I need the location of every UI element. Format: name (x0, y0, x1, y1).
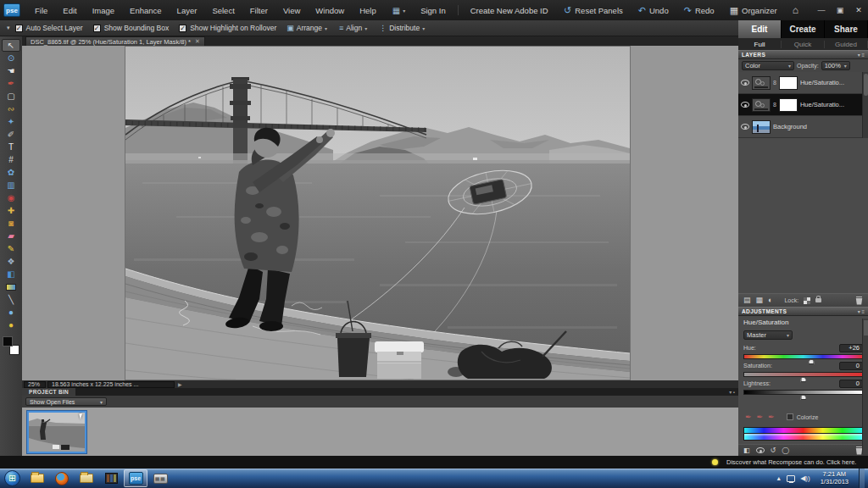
blur-tool[interactable]: ● (2, 306, 20, 319)
tool-options-chevron-icon[interactable]: ▾ (7, 25, 10, 31)
move-tool[interactable]: ↖ (2, 39, 20, 52)
taskbar-clock[interactable]: 7:21 AM 1/31/2013 (815, 471, 854, 485)
menu-edit[interactable]: Edit (55, 6, 84, 15)
project-bin-menu-icon[interactable]: ▾ ▪ (729, 389, 735, 395)
reset-adjustment-icon[interactable]: ↺ (771, 446, 776, 454)
eraser-tool[interactable]: ▰ (2, 230, 20, 242)
menu-window[interactable]: Window (308, 6, 352, 15)
hand-tool[interactable]: ☚ (2, 64, 20, 77)
menu-file[interactable]: File (27, 6, 55, 15)
taskbar-pse-button[interactable]: pse (124, 469, 147, 487)
menu-enhance[interactable]: Enhance (122, 6, 170, 15)
type-tool[interactable]: T (2, 141, 20, 153)
image-layer-thumbnail[interactable] (752, 120, 771, 134)
taskbar-firefox-button[interactable] (50, 469, 74, 487)
sign-in-link[interactable]: Sign In (414, 6, 453, 15)
project-bin-tab[interactable]: PROJECT BIN (22, 388, 75, 396)
minimize-button[interactable]: — (812, 3, 831, 18)
checkbox-icon[interactable]: ✓ (15, 25, 23, 32)
layer-visibility-icon[interactable] (741, 124, 749, 130)
menu-select[interactable]: Select (204, 6, 242, 15)
menu-image[interactable]: Image (85, 6, 122, 15)
checkbox-icon[interactable]: ✓ (93, 25, 101, 32)
home-button[interactable]: ⌂ (786, 4, 805, 16)
cookie-cutter-tool[interactable]: ✿ (2, 166, 20, 179)
zoom-level-field[interactable]: 25% (24, 381, 46, 388)
slider-value-field[interactable]: +26 (839, 344, 863, 352)
blend-mode-dropdown[interactable]: Color ▾ (742, 61, 794, 70)
eyedropper-minus-icon[interactable]: ✒ (768, 413, 775, 421)
undo-button[interactable]: ↶ Undo (632, 5, 676, 16)
notification-bar[interactable]: Discover what Recompose can do. Click he… (0, 456, 868, 469)
hueslider-track[interactable] (743, 354, 863, 359)
canvas-area[interactable] (22, 45, 738, 380)
document-dimensions[interactable]: 18.563 inches x 12.225 inches ... (47, 381, 175, 388)
option-show-bounding-box[interactable]: ✓Show Bounding Box (93, 24, 170, 32)
layer-mask-thumbnail[interactable] (779, 98, 798, 112)
adjustments-scrollbar[interactable] (862, 319, 868, 454)
open-file-thumbnail[interactable] (27, 411, 86, 453)
redo-button[interactable]: ↷ Redo (677, 5, 721, 16)
layer-visibility-icon[interactable] (741, 102, 749, 108)
menu-layer[interactable]: Layer (170, 6, 205, 15)
slider-value-field[interactable]: 0 (839, 362, 863, 370)
zoom-tool[interactable]: ⊙ (2, 52, 20, 64)
clone-stamp-tool[interactable]: ◙ (2, 217, 20, 230)
menu-view[interactable]: View (275, 6, 308, 15)
taskbar-keyboard-button[interactable]: ▦▦ (148, 469, 172, 487)
start-button[interactable]: ⊞ (4, 470, 20, 486)
delete-layer-icon[interactable] (855, 297, 863, 305)
crop-tool[interactable]: # (2, 153, 20, 166)
show-open-files-dropdown[interactable]: Show Open Files ▾ (25, 397, 107, 406)
checkbox-icon[interactable]: ✓ (179, 25, 186, 32)
layer-row-hue-saturatio[interactable]: 8Hue/Saturatio... (738, 94, 868, 116)
foreground-color-swatch[interactable] (3, 336, 13, 347)
slider-value-field[interactable]: 0 (839, 380, 863, 388)
show-desktop-button[interactable] (859, 469, 865, 488)
new-adjustment-layer-icon[interactable]: ◐ (768, 297, 772, 304)
new-group-icon[interactable]: ▦ (756, 297, 764, 304)
quick-selection-tool[interactable]: ✐ (2, 128, 20, 141)
option-auto-select-layer[interactable]: ✓Auto Select Layer (15, 24, 83, 32)
gradient-tool[interactable] (2, 280, 20, 293)
red-eye-removal-tool[interactable]: ◉ (2, 191, 20, 204)
layer-mask-thumbnail[interactable] (779, 76, 798, 90)
previous-state-icon[interactable]: ◯ (782, 446, 789, 454)
panel-menu-icon[interactable]: ▾ ≡ (858, 308, 865, 314)
arrange-dropdown[interactable]: ▣Arrange▾ (287, 24, 327, 32)
menu-filter[interactable]: Filter (242, 6, 275, 15)
menu-help[interactable]: Help (352, 6, 384, 15)
lasso-tool[interactable]: ∾ (2, 103, 20, 115)
organizer-button[interactable]: ▦ Organizer (723, 5, 784, 16)
magic-wand-tool[interactable]: ✦ (2, 115, 20, 128)
lock-transparency-icon[interactable] (804, 297, 810, 304)
lock-all-icon[interactable] (815, 298, 821, 302)
eyedropper-tool[interactable]: ✒ (2, 77, 20, 90)
photo-canvas[interactable] (125, 47, 630, 380)
tab-create[interactable]: Create (782, 20, 825, 38)
status-expand-icon[interactable]: ▶ (178, 381, 182, 387)
volume-icon[interactable]: ◀)) (800, 474, 810, 482)
sponge-tool[interactable]: ● (2, 319, 20, 331)
panel-menu-icon[interactable]: ▾ ≡ (858, 52, 865, 58)
adjustment-layer-thumbnail[interactable] (752, 98, 771, 112)
reset-panels-button[interactable]: ↺ Reset Panels (557, 5, 630, 16)
visibility-icon[interactable] (756, 447, 765, 453)
lightnessslider-track[interactable] (743, 390, 863, 395)
taskbar-libraries-button[interactable] (75, 469, 98, 487)
network-icon[interactable] (787, 475, 795, 482)
tray-expand-icon[interactable]: ▲ (776, 475, 782, 481)
tab-share[interactable]: Share (825, 20, 868, 38)
tab-edit[interactable]: Edit (738, 20, 782, 38)
colorize-checkbox[interactable] (787, 413, 793, 420)
mode-quick[interactable]: Quick (782, 41, 825, 48)
clip-to-layer-icon[interactable]: ◧ (743, 446, 750, 454)
close-button[interactable]: ✕ (849, 3, 868, 18)
channel-dropdown[interactable]: Master ▾ (743, 330, 793, 340)
layer-visibility-icon[interactable] (741, 80, 749, 86)
close-icon[interactable]: ✕ (195, 38, 200, 45)
option-show-highlight-on-rollover[interactable]: ✓Show Highlight on Rollover (179, 24, 276, 32)
taskbar-explorer-button[interactable] (25, 469, 49, 487)
layer-row-background[interactable]: Background (738, 116, 868, 138)
document-tab[interactable]: DSC_8865.tif @ 25% (Hue/Saturation 1, La… (25, 36, 205, 46)
